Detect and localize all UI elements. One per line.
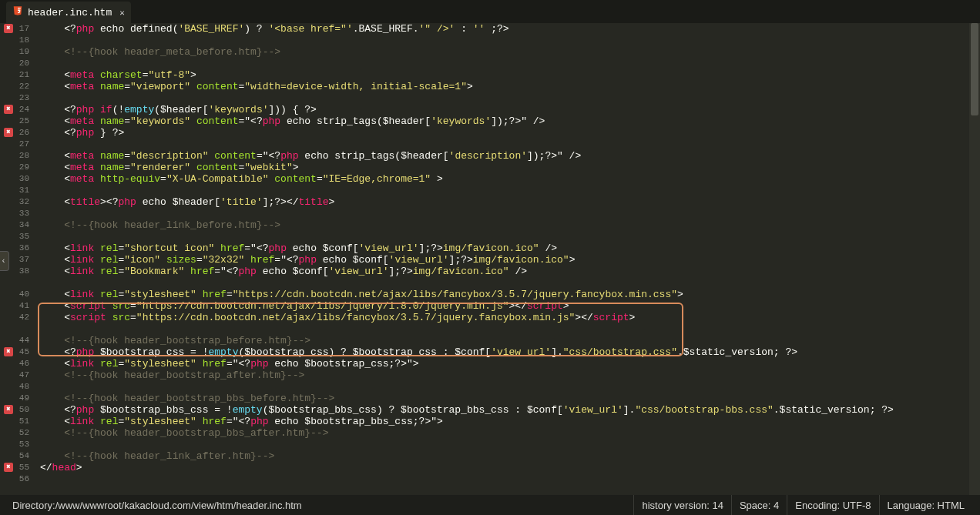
gutter-line: 20 <box>0 58 29 69</box>
code-line[interactable]: <!--{hook header_bootstrap_bbs_after.htm… <box>37 427 980 439</box>
gutter-line: 26✖ <box>0 127 29 139</box>
status-history[interactable]: history version: 14 <box>633 495 731 515</box>
status-encoding[interactable]: Encoding: UTF-8 <box>787 495 878 515</box>
gutter-line: 46 <box>0 358 29 370</box>
code-line[interactable]: <meta name="keywords" content="<?php ech… <box>37 115 980 127</box>
error-icon[interactable]: ✖ <box>4 24 13 33</box>
code-line[interactable]: <link rel="stylesheet" href="https://cdn… <box>37 289 980 300</box>
status-directory[interactable]: Directory: /www/wwwroot/kakacloud.com/vi… <box>8 495 310 515</box>
gutter-line: 52 <box>0 427 29 439</box>
code-line[interactable]: <script src="https://cdn.bootcdn.net/aja… <box>37 300 980 312</box>
code-line[interactable] <box>37 381 980 393</box>
gutter-line: 23 <box>0 92 29 104</box>
code-line[interactable] <box>37 473 980 485</box>
code-line[interactable]: <?php $bootstrap_bbs_css = !empty($boots… <box>37 404 980 416</box>
gutter-line: 55✖ <box>0 462 29 473</box>
code-line[interactable]: <link rel="icon" sizes="32x32" href="<?p… <box>37 254 980 266</box>
tab-header-inc-htm[interactable]: header.inc.htm ✕ <box>6 2 131 23</box>
error-icon[interactable]: ✖ <box>4 463 13 472</box>
gutter-line: 35 <box>0 231 29 242</box>
code-line[interactable] <box>37 185 980 196</box>
error-icon[interactable]: ✖ <box>4 347 13 356</box>
code-line[interactable]: <meta name="description" content="<?php … <box>37 150 980 162</box>
code-line[interactable]: <meta name="viewport" content="width=dev… <box>37 81 980 92</box>
code-line[interactable]: <!--{hook header_bootstrap_before.htm}--… <box>37 335 980 346</box>
status-language[interactable]: Language: HTML <box>879 495 972 515</box>
gutter-line: 54 <box>0 450 29 462</box>
gutter-line: 44 <box>0 335 29 346</box>
gutter-line: 31 <box>0 185 29 196</box>
status-space[interactable]: Space: 4 <box>731 495 787 515</box>
gutter-line: 50✖ <box>0 404 29 416</box>
gutter-line: 41 <box>0 300 29 312</box>
code-line[interactable] <box>37 139 980 150</box>
gutter-line: 32 <box>0 196 29 208</box>
gutter-line: 22 <box>0 81 29 92</box>
editor: ‹ 17✖18192021222324✖2526✖272829303132333… <box>0 23 980 495</box>
gutter-line: 30 <box>0 173 29 185</box>
code-line[interactable]: <?php echo defined('BASE_HREF') ? '<base… <box>37 23 980 35</box>
code-line[interactable]: <?php $bootstrap_css = !empty($bootstrap… <box>37 346 980 358</box>
gutter-line: 42 <box>0 312 29 323</box>
code-line[interactable] <box>37 439 980 450</box>
close-icon[interactable]: ✕ <box>119 8 125 18</box>
code-line[interactable] <box>37 231 980 242</box>
code-line[interactable] <box>37 277 980 289</box>
gutter-line: 33 <box>0 208 29 219</box>
gutter-line <box>0 277 29 289</box>
gutter-line: 45✖ <box>0 346 29 358</box>
code-line[interactable]: <!--{hook header_bootstrap_after.htm}--> <box>37 370 980 381</box>
code-area[interactable]: <?php echo defined('BASE_HREF') ? '<base… <box>37 23 980 495</box>
gutter-line: 48 <box>0 381 29 393</box>
scrollbar-thumb[interactable] <box>971 23 978 115</box>
code-line[interactable]: <!--{hook header_meta_before.htm}--> <box>37 46 980 58</box>
code-line[interactable]: <?php if(!empty($header['keywords'])) { … <box>37 104 980 115</box>
gutter-line: 53 <box>0 439 29 450</box>
code-line[interactable]: <meta name="renderer" content="webkit"> <box>37 162 980 173</box>
gutter-line: 29 <box>0 162 29 173</box>
code-line[interactable]: <link rel="stylesheet" href="<?php echo … <box>37 358 980 370</box>
gutter-line: 25 <box>0 115 29 127</box>
gutter-line: 47 <box>0 370 29 381</box>
gutter-line: 27 <box>0 139 29 150</box>
tab-bar: header.inc.htm ✕ <box>0 0 980 23</box>
error-icon[interactable]: ✖ <box>4 405 13 414</box>
code-line[interactable]: <link rel="stylesheet" href="<?php echo … <box>37 416 980 427</box>
gutter-line: 19 <box>0 46 29 58</box>
code-line[interactable]: <meta charset="utf-8"> <box>37 69 980 81</box>
gutter-line <box>0 323 29 335</box>
code-line[interactable]: <!--{hook header_bootstrap_bbs_before.ht… <box>37 393 980 404</box>
gutter-line: 36 <box>0 242 29 254</box>
status-bar: Directory: /www/wwwroot/kakacloud.com/vi… <box>0 495 980 515</box>
code-line[interactable]: <meta http-equiv="X-UA-Compatible" conte… <box>37 173 980 185</box>
code-line[interactable] <box>37 35 980 46</box>
gutter-line: 51 <box>0 416 29 427</box>
code-line[interactable]: <script src="https://cdn.bootcdn.net/aja… <box>37 312 980 323</box>
code-line[interactable] <box>37 323 980 335</box>
gutter-line: 28 <box>0 150 29 162</box>
code-line[interactable]: <link rel="Bookmark" href="<?php echo $c… <box>37 266 980 277</box>
gutter-line: 21 <box>0 69 29 81</box>
gutter-line: 18 <box>0 35 29 46</box>
html5-icon <box>12 5 23 19</box>
code-line[interactable] <box>37 58 980 69</box>
gutter-line: 34 <box>0 219 29 231</box>
gutter-line: 17✖ <box>0 23 29 35</box>
error-icon[interactable]: ✖ <box>4 105 13 114</box>
gutter-line: 40 <box>0 289 29 300</box>
gutter-line: 24✖ <box>0 104 29 115</box>
code-line[interactable] <box>37 92 980 104</box>
tab-title: header.inc.htm <box>28 7 112 18</box>
line-gutter: 17✖18192021222324✖2526✖27282930313233343… <box>0 23 37 495</box>
code-line[interactable] <box>37 208 980 219</box>
code-line[interactable]: <!--{hook header_link_before.htm}--> <box>37 219 980 231</box>
code-line[interactable]: <link rel="shortcut icon" href="<?php ec… <box>37 242 980 254</box>
code-line[interactable]: <?php } ?> <box>37 127 980 139</box>
code-line[interactable]: <!--{hook header_link_after.htm}--> <box>37 450 980 462</box>
vertical-scrollbar[interactable] <box>969 23 980 495</box>
code-line[interactable]: </head> <box>37 462 980 473</box>
code-line[interactable]: <title><?php echo $header['title'];?></t… <box>37 196 980 208</box>
gutter-line: 37 <box>0 254 29 266</box>
gutter-line: 56 <box>0 473 29 485</box>
error-icon[interactable]: ✖ <box>4 128 13 137</box>
